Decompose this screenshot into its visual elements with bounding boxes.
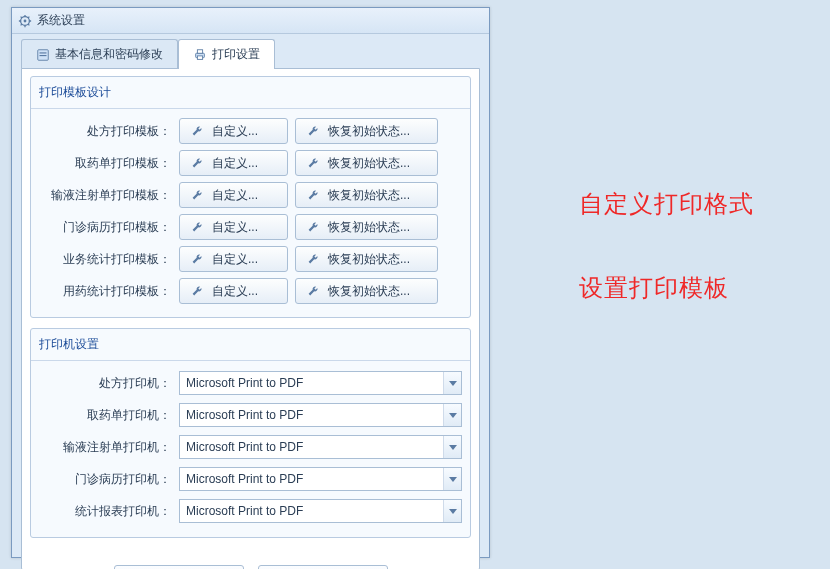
wrench-icon <box>306 156 322 170</box>
restore-label: 恢复初始状态... <box>328 251 410 268</box>
tab-label: 打印设置 <box>212 46 260 63</box>
row-label: 输液注射单打印模板： <box>39 187 179 204</box>
tab-basic-info[interactable]: 基本信息和密码修改 <box>21 39 178 69</box>
printer-row: 统计报表打印机： <box>39 495 462 527</box>
save-button[interactable]: 保存 <box>114 565 244 569</box>
template-row: 门诊病历打印模板： 自定义... 恢复初始状态... <box>39 211 462 243</box>
printer-row: 门诊病历打印机： <box>39 463 462 495</box>
wrench-icon <box>306 284 322 298</box>
template-row: 用药统计打印模板： 自定义... 恢复初始状态... <box>39 275 462 307</box>
wrench-icon <box>306 252 322 266</box>
printer-group: 打印机设置 处方打印机： 取药单打印机： 输液注射单打印机： 门诊病历打印机： <box>30 328 471 538</box>
printer-select-input[interactable] <box>179 371 462 395</box>
svg-rect-3 <box>40 52 47 53</box>
customize-button[interactable]: 自定义... <box>179 246 288 272</box>
restore-label: 恢复初始状态... <box>328 187 410 204</box>
printer-row: 取药单打印机： <box>39 399 462 431</box>
form-icon <box>36 48 50 62</box>
restore-button[interactable]: 恢复初始状态... <box>295 278 438 304</box>
printer-select-input[interactable] <box>179 499 462 523</box>
tab-print-settings[interactable]: 打印设置 <box>178 39 275 69</box>
restore-button[interactable]: 恢复初始状态... <box>295 150 438 176</box>
customize-button[interactable]: 自定义... <box>179 214 288 240</box>
row-label: 业务统计打印模板： <box>39 251 179 268</box>
wrench-icon <box>306 220 322 234</box>
footer: 保存 取消 <box>22 555 479 569</box>
customize-button[interactable]: 自定义... <box>179 118 288 144</box>
svg-rect-7 <box>197 55 202 59</box>
wrench-icon <box>306 188 322 202</box>
row-label: 用药统计打印模板： <box>39 283 179 300</box>
tab-label: 基本信息和密码修改 <box>55 46 163 63</box>
group-title: 打印模板设计 <box>31 77 470 109</box>
wrench-icon <box>190 252 206 266</box>
svg-rect-6 <box>197 49 202 53</box>
chevron-down-icon[interactable] <box>443 372 461 394</box>
row-label: 门诊病历打印机： <box>39 471 179 488</box>
chevron-down-icon[interactable] <box>443 404 461 426</box>
customize-label: 自定义... <box>212 187 258 204</box>
chevron-down-icon[interactable] <box>443 500 461 522</box>
row-label: 取药单打印模板： <box>39 155 179 172</box>
printer-row: 处方打印机： <box>39 367 462 399</box>
restore-label: 恢复初始状态... <box>328 123 410 140</box>
row-label: 输液注射单打印机： <box>39 439 179 456</box>
restore-label: 恢复初始状态... <box>328 219 410 236</box>
customize-label: 自定义... <box>212 123 258 140</box>
chevron-down-icon[interactable] <box>443 468 461 490</box>
wrench-icon <box>190 124 206 138</box>
row-label: 统计报表打印机： <box>39 503 179 520</box>
gear-icon <box>18 14 32 28</box>
printer-select[interactable] <box>179 403 462 427</box>
printer-select-input[interactable] <box>179 403 462 427</box>
restore-button[interactable]: 恢复初始状态... <box>295 246 438 272</box>
group-title: 打印机设置 <box>31 329 470 361</box>
template-row: 取药单打印模板： 自定义... 恢复初始状态... <box>39 147 462 179</box>
customize-button[interactable]: 自定义... <box>179 182 288 208</box>
row-label: 门诊病历打印模板： <box>39 219 179 236</box>
printer-select[interactable] <box>179 467 462 491</box>
printer-icon <box>193 48 207 62</box>
restore-label: 恢复初始状态... <box>328 155 410 172</box>
wrench-icon <box>306 124 322 138</box>
printer-select-input[interactable] <box>179 435 462 459</box>
window-title: 系统设置 <box>37 12 85 29</box>
row-label: 处方打印模板： <box>39 123 179 140</box>
restore-button[interactable]: 恢复初始状态... <box>295 118 438 144</box>
wrench-icon <box>190 284 206 298</box>
customize-label: 自定义... <box>212 251 258 268</box>
row-label: 取药单打印机： <box>39 407 179 424</box>
printer-row: 输液注射单打印机： <box>39 431 462 463</box>
customize-button[interactable]: 自定义... <box>179 150 288 176</box>
wrench-icon <box>190 156 206 170</box>
template-row: 业务统计打印模板： 自定义... 恢复初始状态... <box>39 243 462 275</box>
customize-label: 自定义... <box>212 219 258 236</box>
svg-rect-4 <box>40 55 47 56</box>
customize-label: 自定义... <box>212 155 258 172</box>
template-group: 打印模板设计 处方打印模板： 自定义... 恢复初始状态... 取药单打印模板：… <box>30 76 471 318</box>
restore-label: 恢复初始状态... <box>328 283 410 300</box>
printer-select[interactable] <box>179 499 462 523</box>
row-label: 处方打印机： <box>39 375 179 392</box>
customize-label: 自定义... <box>212 283 258 300</box>
tab-panel: 打印模板设计 处方打印模板： 自定义... 恢复初始状态... 取药单打印模板：… <box>21 68 480 569</box>
restore-button[interactable]: 恢复初始状态... <box>295 182 438 208</box>
wrench-icon <box>190 188 206 202</box>
customize-button[interactable]: 自定义... <box>179 278 288 304</box>
annotation-line2: 设置打印模板 <box>579 272 799 304</box>
restore-button[interactable]: 恢复初始状态... <box>295 214 438 240</box>
printer-select[interactable] <box>179 371 462 395</box>
template-row: 处方打印模板： 自定义... 恢复初始状态... <box>39 115 462 147</box>
printer-select-input[interactable] <box>179 467 462 491</box>
printer-select[interactable] <box>179 435 462 459</box>
template-row: 输液注射单打印模板： 自定义... 恢复初始状态... <box>39 179 462 211</box>
annotation-line1: 自定义打印格式 <box>579 188 799 220</box>
svg-point-1 <box>24 19 27 22</box>
tab-strip: 基本信息和密码修改 打印设置 <box>12 34 489 69</box>
settings-window: 系统设置 基本信息和密码修改 打印设置 打印模板设计 处方打印模板： 自定义..… <box>11 7 490 558</box>
titlebar[interactable]: 系统设置 <box>12 8 489 34</box>
cancel-button[interactable]: 取消 <box>258 565 388 569</box>
chevron-down-icon[interactable] <box>443 436 461 458</box>
wrench-icon <box>190 220 206 234</box>
